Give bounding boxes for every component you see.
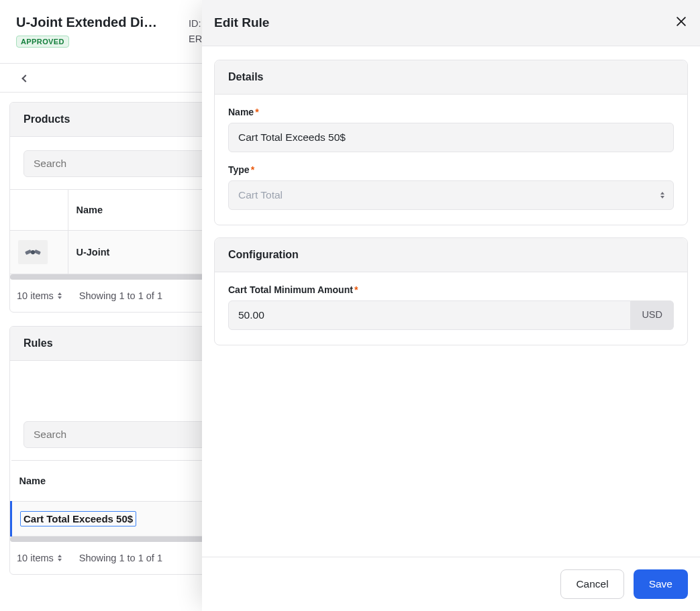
configuration-heading: Configuration bbox=[215, 238, 687, 272]
cancel-button[interactable]: Cancel bbox=[560, 569, 623, 599]
products-showing: Showing 1 to 1 of 1 bbox=[79, 290, 162, 301]
svg-point-2 bbox=[31, 250, 35, 254]
chevron-left-icon bbox=[21, 75, 29, 82]
svg-rect-1 bbox=[34, 249, 41, 255]
min-amount-input[interactable] bbox=[228, 300, 631, 330]
u-joint-icon bbox=[23, 244, 43, 260]
products-page-size[interactable]: 10 items bbox=[17, 290, 62, 301]
save-button[interactable]: Save bbox=[634, 569, 688, 599]
page-title-cell: U-Joint Extended Disc... APPROVED bbox=[0, 0, 178, 63]
type-label: Type* bbox=[228, 164, 674, 175]
currency-addon: USD bbox=[631, 300, 674, 330]
min-amount-label: Cart Total Minimum Amount* bbox=[228, 284, 674, 295]
rules-page-size[interactable]: 10 items bbox=[17, 553, 62, 563]
product-thumbnail bbox=[18, 240, 48, 264]
drawer-title: Edit Rule bbox=[214, 15, 269, 30]
meta-erp-label: ER bbox=[189, 32, 202, 47]
rule-name-input[interactable] bbox=[228, 123, 674, 152]
status-badge: APPROVED bbox=[16, 36, 69, 48]
rule-type-select[interactable]: Cart Total bbox=[228, 180, 674, 210]
sort-caret-icon bbox=[58, 292, 62, 299]
close-button[interactable] bbox=[674, 15, 688, 31]
configuration-card: Configuration Cart Total Minimum Amount*… bbox=[214, 237, 688, 345]
details-card: Details Name* Type* Cart Total bbox=[214, 60, 688, 225]
page-title: U-Joint Extended Disc... bbox=[16, 15, 162, 30]
close-icon bbox=[674, 15, 688, 28]
svg-rect-0 bbox=[25, 249, 32, 255]
rule-name-link[interactable]: Cart Total Exceeds 50$ bbox=[20, 511, 136, 526]
chevron-updown-icon bbox=[660, 192, 664, 199]
name-label: Name* bbox=[228, 107, 674, 117]
details-heading: Details bbox=[215, 60, 687, 95]
sort-caret-icon bbox=[58, 555, 62, 561]
rules-showing: Showing 1 to 1 of 1 bbox=[79, 553, 162, 563]
edit-rule-drawer: Edit Rule Details Name* Type* bbox=[202, 0, 700, 611]
meta-id-label: ID: bbox=[189, 16, 202, 32]
